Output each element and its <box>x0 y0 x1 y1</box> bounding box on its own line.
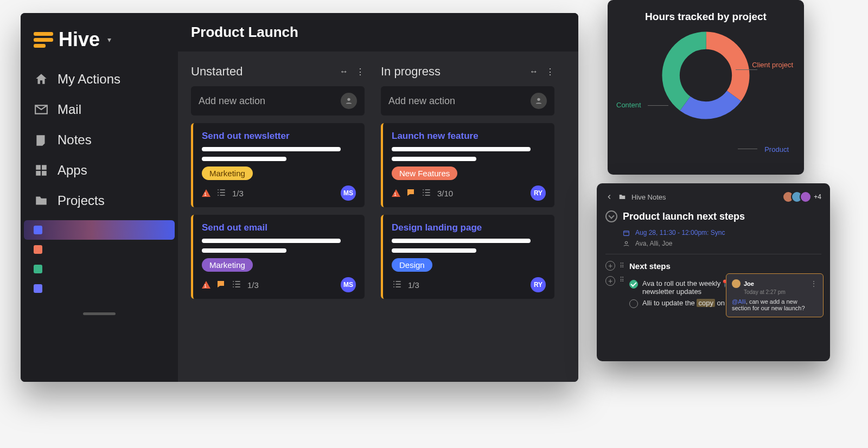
card-tag[interactable]: Marketing <box>202 258 253 272</box>
comment-icon[interactable] <box>406 188 416 199</box>
nav-label: Apps <box>58 163 87 178</box>
project-item[interactable] <box>21 279 178 298</box>
note-people[interactable]: Ava, Alli, Joe <box>623 240 821 247</box>
assignee-picker[interactable] <box>341 93 357 109</box>
project-list <box>21 216 178 305</box>
svg-point-5 <box>537 98 540 101</box>
warning-icon: 1 <box>392 189 400 197</box>
comment-card[interactable]: Joe ⋮ Today at 2:27 pm @Alli, can we add… <box>726 273 824 317</box>
nav-notes[interactable]: Notes <box>21 125 178 155</box>
nav-label: Mail <box>58 102 81 117</box>
column-title: Unstarted <box>191 65 242 79</box>
card-tag[interactable]: Marketing <box>202 167 253 180</box>
notes-icon <box>34 132 49 148</box>
assignee-picker[interactable] <box>531 93 547 109</box>
column-title: In progress <box>381 65 441 79</box>
nav-label: My Actions <box>58 72 120 87</box>
hours-widget: Hours tracked by project Client project … <box>608 0 804 175</box>
notes-widget: Hive Notes +4 Product launch next steps … <box>597 183 830 361</box>
text-placeholder <box>202 157 286 161</box>
column-in-progress: In progress ↔ ⋮ Add new action Launch ne… <box>381 65 554 299</box>
text-placeholder <box>202 147 341 151</box>
text-placeholder <box>392 147 531 151</box>
card[interactable]: Send out newsletter Marketing 1 1/3 MS <box>191 123 365 207</box>
text-placeholder <box>392 248 476 253</box>
project-item[interactable] <box>21 240 178 259</box>
more-icon[interactable]: ⋮ <box>810 279 818 288</box>
nav-mail[interactable]: Mail <box>21 94 178 125</box>
breadcrumb-label: Hive Notes <box>631 193 666 201</box>
add-action-input[interactable]: Add new action <box>381 86 554 116</box>
sidebar: Hive ▾ My Actions Mail Notes Apps Projec… <box>21 13 178 382</box>
chart-label-product: Product <box>764 145 789 153</box>
text-placeholder <box>392 157 476 161</box>
project-item[interactable] <box>21 259 178 279</box>
comment-icon[interactable] <box>216 279 226 291</box>
add-block-button[interactable]: + <box>605 261 615 271</box>
more-icon[interactable]: ⋮ <box>356 67 365 77</box>
breadcrumb[interactable]: Hive Notes <box>605 193 666 201</box>
assignee-badge[interactable]: MS <box>341 277 356 292</box>
divider <box>605 254 821 254</box>
card-progress: 3/10 <box>437 189 453 198</box>
apps-icon <box>34 163 49 178</box>
board-columns: Unstarted ↔ ⋮ Add new action Send out ne… <box>178 52 578 312</box>
brand-name: Hive <box>59 28 100 51</box>
add-block-button[interactable]: + <box>605 276 615 286</box>
checklist-icon <box>392 279 403 291</box>
scrollbar-thumb[interactable] <box>83 312 116 315</box>
nav-projects[interactable]: Projects <box>21 185 178 216</box>
add-action-input[interactable]: Add new action <box>191 86 365 116</box>
svg-rect-9 <box>624 231 629 235</box>
drag-handle-icon[interactable]: ⠿ <box>620 276 625 284</box>
assignee-badge[interactable]: RY <box>531 277 546 292</box>
back-icon[interactable] <box>605 193 613 201</box>
mail-icon <box>34 102 49 117</box>
nav-label: Notes <box>58 132 92 148</box>
card-tag[interactable]: New Features <box>392 167 457 180</box>
resize-icon[interactable]: ↔ <box>529 67 538 76</box>
checklist-icon <box>231 279 242 291</box>
comment-body: @Alli, can we add a new section for our … <box>732 298 818 311</box>
card-title: Launch new feature <box>392 131 546 142</box>
more-icon[interactable]: ⋮ <box>546 67 554 77</box>
nav-label: Projects <box>58 193 105 208</box>
leader-line <box>736 69 757 70</box>
chevron-down-icon: ▾ <box>107 35 111 44</box>
folder-icon <box>618 193 626 201</box>
card[interactable]: Launch new feature New Features 1 3/10 R… <box>381 123 554 207</box>
brand-selector[interactable]: Hive ▾ <box>21 22 178 64</box>
checkbox-icon[interactable] <box>629 299 638 308</box>
collaborators[interactable]: +4 <box>786 191 821 203</box>
note-date[interactable]: Aug 28, 11:30 - 12:00pm: Sync <box>623 229 821 236</box>
leader-line <box>738 149 757 149</box>
card-tag[interactable]: Design <box>392 258 432 272</box>
column-header: Unstarted ↔ ⋮ <box>191 65 365 79</box>
card-title: Send out email <box>202 222 356 233</box>
checklist-icon <box>421 187 432 200</box>
collaborator-count: +4 <box>814 193 821 201</box>
nav-apps[interactable]: Apps <box>21 155 178 185</box>
mention[interactable]: @Alli <box>732 298 746 305</box>
column-header: In progress ↔ ⋮ <box>381 65 554 79</box>
assignee-badge[interactable]: MS <box>341 185 356 201</box>
checkbox-done-icon[interactable] <box>629 280 638 289</box>
comment-time: Today at 2:27 pm <box>744 289 818 295</box>
project-item[interactable] <box>24 220 175 240</box>
hive-logo-icon <box>34 30 53 49</box>
section-heading: Next steps <box>629 261 671 271</box>
comment-author: Joe <box>744 280 754 287</box>
drag-handle-icon[interactable]: ⠿ <box>620 262 625 270</box>
card[interactable]: Send out email Marketing 1 1/3 MS <box>191 215 365 299</box>
resize-icon[interactable]: ↔ <box>340 67 348 76</box>
card[interactable]: Design landing page Design 1/3 RY <box>381 215 554 299</box>
add-action-placeholder: Add new action <box>199 95 265 107</box>
svg-rect-1 <box>42 165 47 170</box>
assignee-badge[interactable]: RY <box>531 185 546 201</box>
collapse-icon[interactable] <box>605 210 617 222</box>
chart-label-client: Client project <box>752 61 793 69</box>
chart-label-content: Content <box>616 101 641 109</box>
text-placeholder <box>202 239 341 243</box>
app-window: Hive ▾ My Actions Mail Notes Apps Projec… <box>21 13 578 382</box>
nav-my-actions[interactable]: My Actions <box>21 64 178 94</box>
